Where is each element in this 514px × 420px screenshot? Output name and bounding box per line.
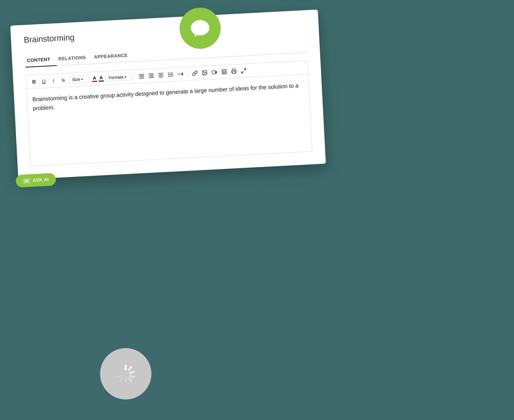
formats-chevron-icon: ▾ [124, 75, 126, 79]
svg-rect-17 [150, 76, 154, 77]
svg-rect-41 [232, 72, 235, 74]
svg-rect-18 [149, 77, 154, 78]
card-title: Brainstorming [24, 21, 306, 45]
loading-circle [100, 348, 151, 399]
svg-point-33 [203, 72, 204, 72]
image-button[interactable] [200, 68, 210, 78]
svg-rect-23 [159, 77, 163, 78]
svg-line-37 [222, 71, 226, 71]
indent-button[interactable] [137, 71, 146, 81]
svg-rect-29 [170, 76, 173, 77]
highlight-color-bar [99, 80, 104, 82]
svg-rect-34 [212, 71, 215, 74]
font-color-letter: A [93, 75, 96, 81]
svg-marker-19 [149, 75, 149, 76]
color-group: A A [91, 74, 104, 83]
svg-rect-11 [140, 75, 144, 76]
link-button[interactable] [190, 69, 200, 78]
editor-content[interactable]: Brainstorming is a creative group activi… [27, 74, 312, 166]
ai-badge: AI [23, 178, 30, 183]
ask-ai-button[interactable]: AI ASK AI [15, 173, 56, 188]
svg-point-24 [168, 73, 169, 74]
chat-bubble-circle [180, 8, 221, 49]
format-group: B U I S [29, 75, 68, 87]
svg-rect-10 [139, 74, 144, 75]
svg-rect-15 [149, 73, 154, 74]
svg-line-40 [225, 71, 225, 74]
size-label: Size [72, 77, 80, 82]
formats-label: Formats [109, 75, 124, 80]
formats-dropdown[interactable]: Formats ▾ [105, 73, 131, 82]
svg-rect-36 [222, 70, 226, 74]
font-color-button[interactable]: A [91, 75, 98, 82]
highlight-color-letter: A [99, 75, 103, 81]
outdent-button[interactable] [146, 71, 156, 81]
svg-rect-22 [158, 75, 163, 76]
tab-content[interactable]: CONTENT [25, 53, 57, 67]
svg-line-1 [129, 367, 131, 370]
svg-line-2 [130, 372, 134, 373]
hr-button[interactable] [176, 69, 185, 79]
tab-appearance[interactable]: APPEARANCE [92, 49, 134, 63]
video-button[interactable] [210, 68, 219, 77]
print-button[interactable] [229, 66, 239, 76]
svg-rect-13 [139, 78, 144, 79]
svg-rect-21 [159, 74, 163, 75]
svg-line-4 [129, 378, 131, 381]
font-color-bar [92, 81, 97, 82]
chat-bubble-icon [190, 18, 210, 39]
toolbar-divider-2 [187, 70, 188, 77]
editor-container: B U I S Size ▾ A A Formats [26, 61, 312, 166]
svg-line-3 [130, 376, 134, 377]
svg-line-38 [222, 72, 226, 73]
main-card: Brainstorming CONTENT RELATIONS APPEARAN… [10, 9, 326, 180]
svg-line-7 [118, 376, 121, 377]
toolbar-divider-1 [134, 73, 134, 80]
svg-marker-14 [139, 75, 140, 77]
svg-line-39 [224, 71, 224, 74]
table-button[interactable] [219, 67, 229, 77]
svg-rect-25 [169, 73, 173, 73]
svg-point-26 [168, 74, 169, 75]
spinner-icon [115, 364, 136, 384]
strikethrough-button[interactable]: S [58, 75, 68, 85]
svg-rect-12 [140, 77, 144, 77]
tab-relations[interactable]: RELATIONS [56, 52, 92, 65]
svg-rect-31 [182, 73, 183, 75]
svg-line-6 [120, 378, 122, 381]
fullscreen-button[interactable] [239, 66, 249, 76]
svg-line-8 [118, 372, 121, 373]
svg-rect-16 [150, 75, 154, 75]
svg-rect-20 [158, 73, 163, 74]
svg-line-9 [120, 367, 122, 370]
list-button[interactable] [166, 70, 176, 80]
size-dropdown[interactable]: Size ▾ [69, 75, 90, 83]
underline-button[interactable]: U [39, 77, 49, 86]
svg-rect-27 [170, 74, 173, 75]
highlight-color-button[interactable]: A [98, 74, 104, 82]
insert-group [190, 66, 249, 78]
chevron-down-icon: ▾ [81, 78, 83, 81]
align-group [137, 69, 185, 81]
svg-point-28 [168, 76, 169, 77]
bold-button[interactable]: B [29, 77, 39, 87]
italic-button[interactable]: I [49, 76, 59, 86]
align-center-button[interactable] [156, 70, 166, 80]
ask-ai-label: ASK AI [32, 177, 49, 183]
